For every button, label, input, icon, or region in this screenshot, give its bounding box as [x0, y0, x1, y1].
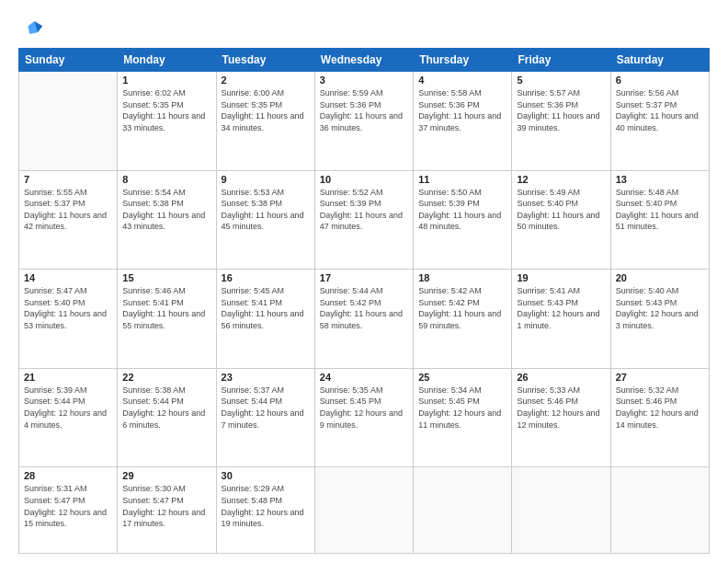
day-number: 10: [320, 174, 408, 185]
calendar-cell: 28Sunrise: 5:31 AMSunset: 5:47 PMDayligh…: [19, 467, 118, 554]
day-info: Sunrise: 5:55 AMSunset: 5:37 PMDaylight:…: [24, 187, 112, 233]
calendar-cell: [610, 467, 709, 554]
day-info: Sunrise: 5:42 AMSunset: 5:42 PMDaylight:…: [418, 285, 506, 331]
calendar-cell: 14Sunrise: 5:47 AMSunset: 5:40 PMDayligh…: [19, 270, 118, 369]
day-number: 24: [320, 372, 408, 383]
calendar-cell: 3Sunrise: 5:59 AMSunset: 5:36 PMDaylight…: [314, 72, 413, 171]
day-number: 11: [418, 174, 506, 185]
day-number: 27: [616, 372, 704, 383]
day-info: Sunrise: 5:38 AMSunset: 5:44 PMDaylight:…: [122, 385, 210, 431]
day-info: Sunrise: 5:45 AMSunset: 5:41 PMDaylight:…: [222, 285, 310, 331]
header-saturday: Saturday: [610, 49, 709, 72]
weekday-header-row: Sunday Monday Tuesday Wednesday Thursday…: [19, 49, 710, 72]
calendar-cell: 29Sunrise: 5:30 AMSunset: 5:47 PMDayligh…: [118, 467, 216, 554]
calendar-cell: 2Sunrise: 6:00 AMSunset: 5:35 PMDaylight…: [216, 72, 314, 171]
header-monday: Monday: [118, 49, 216, 72]
calendar-cell: 24Sunrise: 5:35 AMSunset: 5:45 PMDayligh…: [314, 368, 413, 467]
calendar-cell: 27Sunrise: 5:32 AMSunset: 5:46 PMDayligh…: [610, 368, 709, 467]
calendar-cell: 19Sunrise: 5:41 AMSunset: 5:43 PMDayligh…: [512, 270, 610, 369]
day-info: Sunrise: 5:57 AMSunset: 5:36 PMDaylight:…: [517, 87, 605, 133]
day-number: 26: [517, 372, 605, 383]
day-info: Sunrise: 5:53 AMSunset: 5:38 PMDaylight:…: [222, 187, 310, 233]
day-number: 30: [222, 470, 310, 481]
day-info: Sunrise: 5:35 AMSunset: 5:45 PMDaylight:…: [320, 385, 408, 431]
day-number: 8: [122, 174, 210, 185]
calendar-cell: 4Sunrise: 5:58 AMSunset: 5:36 PMDaylight…: [414, 72, 512, 171]
calendar-cell: 5Sunrise: 5:57 AMSunset: 5:36 PMDaylight…: [512, 72, 610, 171]
day-info: Sunrise: 6:00 AMSunset: 5:35 PMDaylight:…: [222, 87, 310, 133]
day-info: Sunrise: 5:32 AMSunset: 5:46 PMDaylight:…: [616, 385, 704, 431]
logo: [18, 15, 48, 40]
day-number: 18: [418, 272, 506, 283]
calendar-cell: 21Sunrise: 5:39 AMSunset: 5:44 PMDayligh…: [19, 368, 118, 467]
calendar-cell: 1Sunrise: 6:02 AMSunset: 5:35 PMDaylight…: [118, 72, 216, 171]
header-tuesday: Tuesday: [216, 49, 314, 72]
calendar-cell: 7Sunrise: 5:55 AMSunset: 5:37 PMDaylight…: [19, 170, 118, 270]
day-info: Sunrise: 5:41 AMSunset: 5:43 PMDaylight:…: [517, 285, 605, 331]
calendar-cell: 17Sunrise: 5:44 AMSunset: 5:42 PMDayligh…: [314, 270, 413, 369]
day-number: 14: [24, 272, 112, 283]
calendar-cell: 9Sunrise: 5:53 AMSunset: 5:38 PMDaylight…: [216, 170, 314, 270]
page: Sunday Monday Tuesday Wednesday Thursday…: [0, 0, 728, 563]
header-thursday: Thursday: [414, 49, 512, 72]
day-number: 22: [122, 372, 210, 383]
day-info: Sunrise: 5:44 AMSunset: 5:42 PMDaylight:…: [320, 285, 408, 331]
calendar-cell: [512, 467, 610, 554]
calendar-cell: 15Sunrise: 5:46 AMSunset: 5:41 PMDayligh…: [118, 270, 216, 369]
calendar-cell: 12Sunrise: 5:49 AMSunset: 5:40 PMDayligh…: [512, 170, 610, 270]
day-info: Sunrise: 5:48 AMSunset: 5:40 PMDaylight:…: [616, 187, 704, 233]
day-info: Sunrise: 5:34 AMSunset: 5:45 PMDaylight:…: [418, 385, 506, 431]
day-number: 29: [122, 470, 210, 481]
calendar-cell: 26Sunrise: 5:33 AMSunset: 5:46 PMDayligh…: [512, 368, 610, 467]
calendar-cell: 10Sunrise: 5:52 AMSunset: 5:39 PMDayligh…: [314, 170, 413, 270]
calendar-cell: [314, 467, 413, 554]
calendar-cell: 11Sunrise: 5:50 AMSunset: 5:39 PMDayligh…: [414, 170, 512, 270]
day-info: Sunrise: 5:33 AMSunset: 5:46 PMDaylight:…: [517, 385, 605, 431]
day-number: 17: [320, 272, 408, 283]
calendar-cell: 30Sunrise: 5:29 AMSunset: 5:48 PMDayligh…: [216, 467, 314, 554]
day-info: Sunrise: 5:40 AMSunset: 5:43 PMDaylight:…: [616, 285, 704, 331]
day-number: 25: [418, 372, 506, 383]
day-info: Sunrise: 5:31 AMSunset: 5:47 PMDaylight:…: [24, 483, 112, 529]
day-info: Sunrise: 5:47 AMSunset: 5:40 PMDaylight:…: [24, 285, 112, 331]
calendar-cell: 16Sunrise: 5:45 AMSunset: 5:41 PMDayligh…: [216, 270, 314, 369]
day-number: 9: [222, 174, 310, 185]
calendar-table: Sunday Monday Tuesday Wednesday Thursday…: [18, 48, 710, 554]
calendar-cell: [19, 72, 118, 171]
day-info: Sunrise: 5:54 AMSunset: 5:38 PMDaylight:…: [122, 187, 210, 233]
day-info: Sunrise: 5:50 AMSunset: 5:39 PMDaylight:…: [418, 187, 506, 233]
header-friday: Friday: [512, 49, 610, 72]
day-number: 3: [320, 75, 408, 86]
day-number: 16: [222, 272, 310, 283]
day-number: 19: [517, 272, 605, 283]
calendar-cell: 6Sunrise: 5:56 AMSunset: 5:37 PMDaylight…: [610, 72, 709, 171]
calendar-cell: 18Sunrise: 5:42 AMSunset: 5:42 PMDayligh…: [414, 270, 512, 369]
day-number: 6: [616, 75, 704, 86]
day-info: Sunrise: 5:46 AMSunset: 5:41 PMDaylight:…: [122, 285, 210, 331]
day-info: Sunrise: 5:29 AMSunset: 5:48 PMDaylight:…: [222, 483, 310, 529]
calendar-cell: 8Sunrise: 5:54 AMSunset: 5:38 PMDaylight…: [118, 170, 216, 270]
header-wednesday: Wednesday: [314, 49, 413, 72]
day-info: Sunrise: 5:49 AMSunset: 5:40 PMDaylight:…: [517, 187, 605, 233]
day-number: 13: [616, 174, 704, 185]
logo-icon: [18, 15, 44, 40]
day-info: Sunrise: 5:59 AMSunset: 5:36 PMDaylight:…: [320, 87, 408, 133]
day-number: 2: [222, 75, 310, 86]
calendar-cell: 20Sunrise: 5:40 AMSunset: 5:43 PMDayligh…: [610, 270, 709, 369]
day-number: 1: [122, 75, 210, 86]
day-info: Sunrise: 5:52 AMSunset: 5:39 PMDaylight:…: [320, 187, 408, 233]
day-info: Sunrise: 5:39 AMSunset: 5:44 PMDaylight:…: [24, 385, 112, 431]
day-info: Sunrise: 5:58 AMSunset: 5:36 PMDaylight:…: [418, 87, 506, 133]
day-number: 4: [418, 75, 506, 86]
calendar-cell: 22Sunrise: 5:38 AMSunset: 5:44 PMDayligh…: [118, 368, 216, 467]
calendar-cell: [414, 467, 512, 554]
calendar-cell: 23Sunrise: 5:37 AMSunset: 5:44 PMDayligh…: [216, 368, 314, 467]
day-info: Sunrise: 5:56 AMSunset: 5:37 PMDaylight:…: [616, 87, 704, 133]
day-number: 5: [517, 75, 605, 86]
day-number: 20: [616, 272, 704, 283]
header: [18, 15, 710, 40]
calendar-cell: 13Sunrise: 5:48 AMSunset: 5:40 PMDayligh…: [610, 170, 709, 270]
day-number: 23: [222, 372, 310, 383]
day-number: 28: [24, 470, 112, 481]
calendar-cell: 25Sunrise: 5:34 AMSunset: 5:45 PMDayligh…: [414, 368, 512, 467]
